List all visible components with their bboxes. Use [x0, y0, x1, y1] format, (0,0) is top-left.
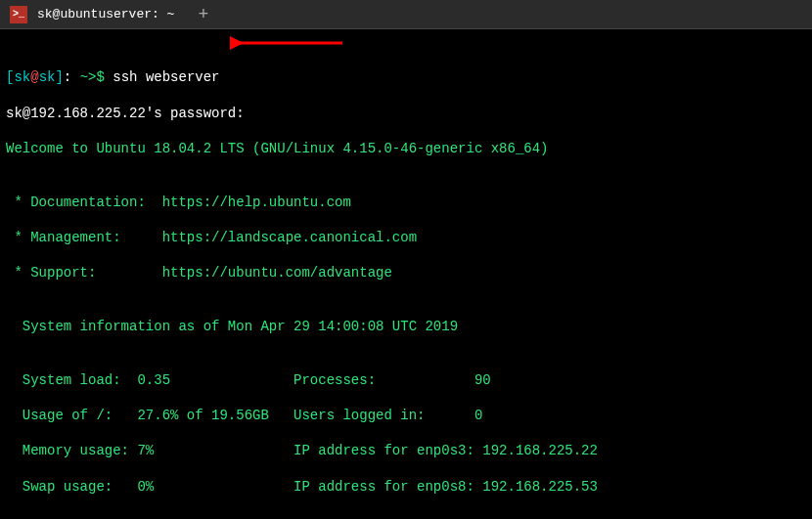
prompt-colon: : — [64, 69, 71, 85]
mgmt-line: * Management: https://landscape.canonica… — [6, 229, 806, 246]
new-tab-button[interactable]: + — [184, 5, 222, 24]
titlebar: >_ sk@ubuntuserver: ~ + — [0, 0, 812, 29]
sysinfo-header: System information as of Mon Apr 29 14:0… — [6, 318, 806, 335]
sysinfo-row: System load: 0.35 Processes: 90 — [6, 371, 806, 389]
doc-line: * Documentation: https://help.ubuntu.com — [6, 194, 806, 211]
terminal-icon: >_ — [10, 6, 27, 23]
terminal-body[interactable]: [sk@sk]: ~>$ ssh webserver sk@192.168.22… — [0, 29, 812, 519]
prompt-host: sk — [39, 69, 56, 85]
bracket-close: ] — [55, 69, 63, 85]
terminal-tab[interactable]: >_ sk@ubuntuserver: ~ — [0, 0, 184, 28]
sysinfo-row: Usage of /: 27.6% of 19.56GB Users logge… — [6, 407, 806, 424]
prompt-suffix: >$ — [88, 69, 113, 85]
prompt-at: @ — [30, 69, 38, 85]
password-prompt: sk@192.168.225.22's password: — [6, 105, 806, 122]
welcome-line: Welcome to Ubuntu 18.04.2 LTS (GNU/Linux… — [6, 140, 806, 157]
annotation-arrow-icon — [230, 34, 347, 52]
prompt-user: sk — [14, 69, 30, 85]
tab-title: sk@ubuntuserver: ~ — [37, 7, 174, 22]
prompt-path: ~ — [71, 69, 88, 85]
sysinfo-row: Memory usage: 7% IP address for enp0s3: … — [6, 442, 806, 459]
command-text: ssh webserver — [113, 69, 219, 85]
support-line: * Support: https://ubuntu.com/advantage — [6, 264, 806, 281]
sysinfo-row: Swap usage: 0% IP address for enp0s8: 19… — [6, 478, 806, 496]
prompt-line: [sk@sk]: ~>$ ssh webserver — [6, 68, 806, 86]
